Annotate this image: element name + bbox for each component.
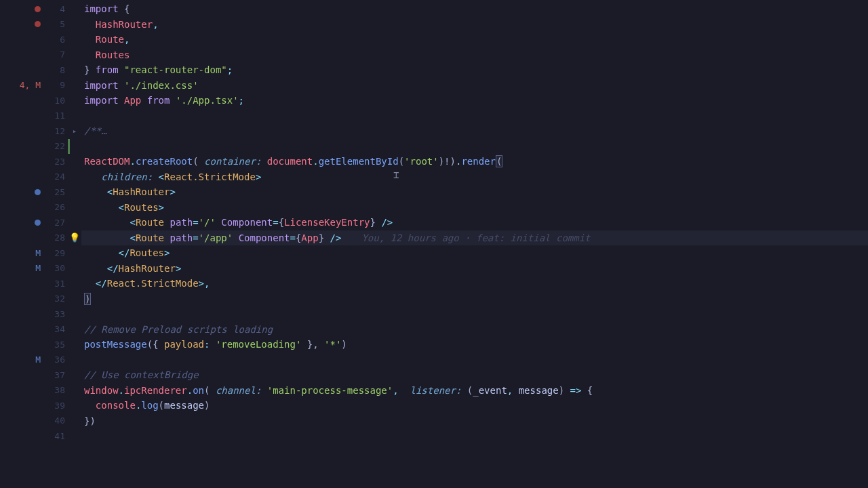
gutter-row[interactable]: 12▸ [0, 123, 81, 139]
code-line[interactable] [81, 306, 868, 322]
code-token: ( [496, 155, 502, 167]
gutter-row[interactable]: 24 [0, 169, 81, 185]
gutter-row[interactable]: 38 [0, 383, 81, 399]
code-line[interactable]: Route, [81, 32, 868, 47]
gutter-row[interactable]: M36 [0, 352, 81, 368]
line-number[interactable]: 34 [46, 324, 68, 334]
code-line[interactable] [81, 352, 868, 368]
code-line[interactable]: console.log(message) [81, 398, 868, 413]
line-number[interactable]: 11 [46, 110, 68, 121]
gutter-row[interactable]: 35 [0, 337, 81, 352]
code-area[interactable]: import { HashRouter, Route, Routes} from… [81, 0, 868, 488]
gutter-row[interactable]: 34 [0, 322, 81, 338]
code-token: { [581, 385, 593, 396]
line-number[interactable]: 37 [46, 370, 68, 380]
code-token: . [456, 156, 461, 167]
lightbulb-icon[interactable]: 💡 [69, 232, 80, 243]
code-line[interactable]: } from "react-router-dom"; [81, 62, 868, 78]
line-number[interactable]: 25 [46, 187, 68, 197]
fold-column[interactable]: ▸ [68, 127, 81, 136]
line-number[interactable]: 39 [46, 401, 68, 411]
gutter-row[interactable]: 10 [0, 93, 81, 108]
code-line[interactable]: <Route path='/' Component={LicenseKeyEnt… [81, 215, 868, 230]
code-editor[interactable]: 456784, M9101112▸22232425262728▶M29M3031… [0, 0, 868, 488]
code-token: postMessage [84, 339, 147, 350]
code-line[interactable]: <Routes> [81, 200, 868, 216]
code-line[interactable]: window.ipcRenderer.on( channel: 'main-pr… [81, 383, 868, 399]
gutter-row[interactable]: 22 [0, 139, 81, 155]
code-token: _event [473, 385, 507, 396]
line-number[interactable]: 29 [46, 248, 68, 258]
gutter-row[interactable]: 7 [0, 47, 81, 63]
code-line[interactable] [81, 428, 868, 444]
code-line[interactable]: postMessage({ payload: 'removeLoading' }… [81, 337, 868, 352]
code-line[interactable] [81, 139, 868, 155]
gutter-row[interactable]: 31 [0, 276, 81, 291]
gutter-marker [5, 189, 46, 195]
gutter-row[interactable]: 41 [0, 428, 81, 444]
line-number[interactable]: 32 [46, 293, 68, 304]
gutter-row[interactable]: 25 [0, 184, 81, 200]
gutter-row[interactable]: 27 [0, 215, 81, 230]
line-number[interactable]: 8 [46, 65, 68, 75]
line-number[interactable]: 40 [46, 415, 68, 426]
line-number[interactable]: 38 [46, 385, 68, 395]
gutter-row[interactable]: 32 [0, 291, 81, 307]
gutter-row[interactable]: 5 [0, 17, 81, 33]
line-number[interactable]: 31 [46, 279, 68, 289]
gutter-row[interactable]: 6 [0, 32, 81, 47]
line-number[interactable]: 12 [46, 126, 68, 136]
line-number[interactable]: 36 [46, 354, 68, 365]
line-number[interactable]: 33 [46, 309, 68, 319]
code-token: ) [341, 339, 347, 350]
code-line[interactable]: </Routes> [81, 245, 868, 261]
gutter-row[interactable]: 4 [0, 1, 81, 17]
gutter-row[interactable]: 4, M9 [0, 78, 81, 94]
modified-dot-icon [35, 189, 41, 195]
gutter-row[interactable]: 40 [0, 413, 81, 429]
code-line[interactable]: /**… [81, 123, 868, 139]
line-number[interactable]: 41 [46, 431, 68, 441]
code-line[interactable]: // Remove Preload scripts loading [81, 322, 868, 338]
code-line[interactable]: children: <React.StrictMode> [81, 169, 868, 185]
code-line[interactable]: </React.StrictMode>, [81, 276, 868, 291]
code-line[interactable]: 💡 <Route path='/app' Component={App} />Y… [81, 230, 868, 246]
line-number[interactable]: 7 [46, 49, 68, 60]
gutter-row[interactable]: 11 [0, 108, 81, 124]
gutter-row[interactable]: M30 [0, 261, 81, 277]
line-number[interactable]: 10 [46, 96, 68, 106]
code-line[interactable]: <HashRouter> [81, 184, 868, 200]
line-number[interactable]: 23 [46, 157, 68, 167]
gutter-row[interactable]: 39 [0, 398, 81, 413]
code-line[interactable]: import { [81, 1, 868, 17]
gutter-row[interactable]: 37 [0, 367, 81, 383]
line-number[interactable]: 22 [46, 141, 68, 151]
code-line[interactable]: Routes [81, 47, 868, 63]
line-number[interactable]: 27 [46, 218, 68, 228]
code-line[interactable]: HashRouter, [81, 17, 868, 33]
gutter-row[interactable]: 33 [0, 306, 81, 322]
line-number[interactable]: 24 [46, 171, 68, 182]
line-number[interactable]: 4 [46, 4, 68, 14]
code-line[interactable]: import App from './App.tsx'; [81, 93, 868, 108]
code-line[interactable]: </HashRouter> [81, 261, 868, 277]
gutter-row[interactable]: 8 [0, 62, 81, 78]
line-number[interactable]: 35 [46, 340, 68, 350]
line-number[interactable]: 30 [46, 263, 68, 273]
gutter-row[interactable]: 26 [0, 200, 81, 216]
code-line[interactable]: ) [81, 291, 868, 307]
gutter-row[interactable]: 23 [0, 154, 81, 169]
code-token: ({ [147, 339, 164, 350]
code-line[interactable]: }) [81, 413, 868, 429]
code-line[interactable]: ReactDOM.createRoot( container: document… [81, 154, 868, 169]
line-number[interactable]: 28 [46, 232, 68, 243]
code-line[interactable]: // Use contextBridge [81, 367, 868, 383]
code-line[interactable] [81, 108, 868, 124]
line-number[interactable]: 26 [46, 202, 68, 212]
gutter-row[interactable]: M29 [0, 245, 81, 261]
line-number[interactable]: 9 [46, 80, 68, 90]
fold-chevron-icon[interactable]: ▸ [73, 127, 77, 136]
line-number[interactable]: 6 [46, 35, 68, 45]
code-line[interactable]: import './index.css' [81, 78, 868, 94]
line-number[interactable]: 5 [46, 19, 68, 29]
